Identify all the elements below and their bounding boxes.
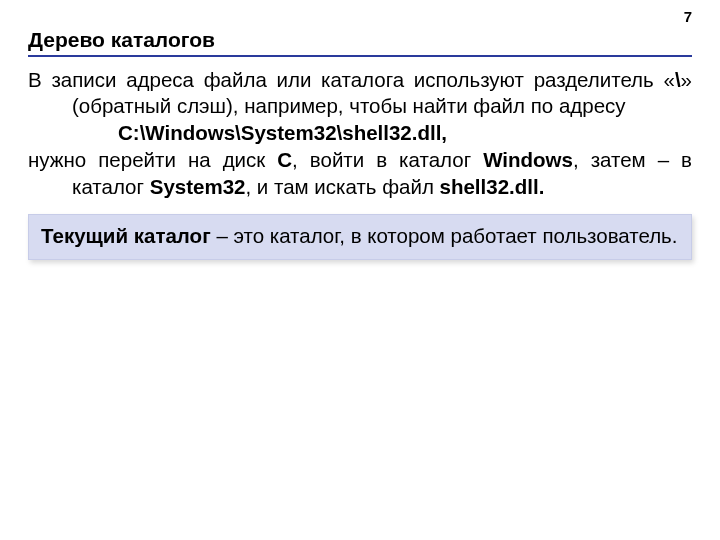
p2-file-shell32: shell32.dll.: [440, 175, 545, 198]
definition-term: Текущий каталог: [41, 224, 211, 247]
p2-text-a: нужно перейти на диск: [28, 148, 277, 171]
p1-text-a: В записи адреса файла или каталога испол…: [28, 68, 675, 91]
p2-text-d: , и там искать файл: [245, 175, 439, 198]
slide-content: Дерево каталогов В записи адреса файла и…: [0, 0, 720, 260]
file-path: C:\Windows\System32\shell32.dll,: [28, 121, 692, 145]
definition-box: Текущий каталог – это каталог, в котором…: [28, 214, 692, 260]
page-title: Дерево каталогов: [28, 28, 692, 52]
definition-rest: – это каталог, в котором работает пользо…: [211, 224, 678, 247]
title-divider: [28, 55, 692, 57]
p2-drive-c: C: [277, 148, 292, 171]
page-number: 7: [684, 8, 692, 25]
p2-text-b: , войти в каталог: [292, 148, 483, 171]
p2-folder-system32: System32: [150, 175, 246, 198]
p2-folder-windows: Windows: [483, 148, 573, 171]
definition-text: Текущий каталог – это каталог, в котором…: [41, 223, 679, 249]
paragraph-2: нужно перейти на диск C, войти в каталог…: [28, 147, 692, 199]
paragraph-1: В записи адреса файла или каталога испол…: [28, 67, 692, 119]
